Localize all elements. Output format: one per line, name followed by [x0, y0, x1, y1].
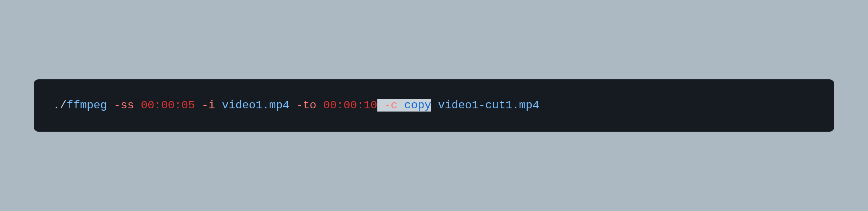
token-time-to[interactable]: 00:00:10: [323, 99, 377, 112]
token-output-file[interactable]: video1-cut1.mp4: [438, 99, 539, 112]
token-flag-i[interactable]: -i: [202, 99, 215, 112]
token-time-ss[interactable]: 00:00:05: [141, 99, 194, 112]
token-flag-to[interactable]: -to: [296, 99, 316, 112]
code-block[interactable]: ./ffmpeg -ss 00:00:05 -i video1.mp4 -to …: [34, 79, 834, 132]
selection-leading-space: [377, 99, 384, 112]
token-copy[interactable]: copy: [404, 99, 431, 112]
token-flag-c[interactable]: -c: [384, 99, 397, 112]
token-command[interactable]: ffmpeg: [67, 99, 107, 112]
token-input-file[interactable]: video1.mp4: [222, 99, 289, 112]
selection-highlight[interactable]: -c copy: [377, 99, 431, 112]
token-dot-slash[interactable]: ./: [53, 99, 67, 112]
token-flag-ss[interactable]: -ss: [114, 99, 134, 112]
